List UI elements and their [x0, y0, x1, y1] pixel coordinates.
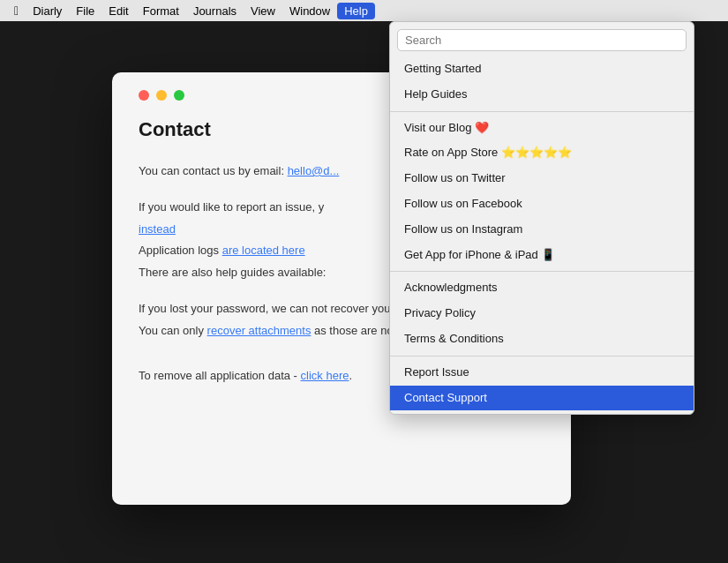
menubar-edit[interactable]: Edit [101, 3, 135, 19]
menu-separator-2 [390, 271, 694, 272]
menu-item-rate[interactable]: Rate on App Store ⭐⭐⭐⭐⭐ [390, 140, 694, 166]
menu-item-help-guides[interactable]: Help Guides [390, 82, 694, 108]
menu-item-terms[interactable]: Terms & Conditions [390, 327, 694, 352]
menubar-format[interactable]: Format [136, 3, 186, 19]
help-prefix-text: There are also help guides available: [139, 266, 326, 279]
close-button[interactable] [139, 90, 149, 101]
click-here-link[interactable]: click here [301, 369, 349, 382]
menu-separator-1 [390, 111, 694, 112]
help-dropdown: Getting Started Help Guides Visit our Bl… [389, 21, 694, 415]
menubar:  Diarly File Edit Format Journals View … [0, 0, 728, 21]
logs-link[interactable]: are located here [222, 244, 305, 257]
menu-item-facebook[interactable]: Follow us on Facebook [390, 191, 694, 217]
menubar-view[interactable]: View [244, 3, 282, 19]
minimize-button[interactable] [156, 90, 167, 101]
menu-item-acknowledgments[interactable]: Acknowledgments [390, 275, 694, 301]
menu-item-instagram[interactable]: Follow us on Instagram [390, 217, 694, 243]
menu-item-report-issue[interactable]: Report Issue [390, 360, 694, 386]
email-prefix-text: You can contact us by email: [139, 164, 284, 177]
menubar-help[interactable]: Help [337, 3, 375, 19]
recover-link[interactable]: recover attachments [207, 324, 311, 337]
menu-search-input[interactable] [397, 29, 687, 51]
menu-item-contact-support[interactable]: Contact Support [390, 386, 694, 411]
remove-suffix-text: . [349, 369, 352, 382]
remove-prefix-text: To remove all application data - [139, 369, 297, 382]
password-prefix-text: You can only [139, 324, 204, 337]
logs-prefix-text: Application logs [139, 244, 219, 257]
menu-item-getting-started[interactable]: Getting Started [390, 56, 694, 82]
instead-link[interactable]: instead [139, 222, 176, 236]
menu-separator-3 [390, 356, 694, 357]
menubar-diarly[interactable]: Diarly [26, 3, 69, 19]
email-link[interactable]: hello@d... [288, 164, 340, 177]
menu-item-iphone-ipad[interactable]: Get App for iPhone & iPad 📱 [390, 243, 694, 268]
menubar-journals[interactable]: Journals [186, 3, 244, 19]
menu-item-twitter[interactable]: Follow us on Twitter [390, 166, 694, 191]
maximize-button[interactable] [174, 90, 184, 101]
menu-item-privacy[interactable]: Privacy Policy [390, 301, 694, 327]
issue-prefix-text: If you would like to report an issue, y [139, 200, 324, 214]
apple-menu[interactable]:  [7, 4, 26, 18]
menu-item-blog[interactable]: Visit our Blog ❤️ [390, 116, 694, 141]
menubar-file[interactable]: File [69, 3, 101, 19]
menubar-window[interactable]: Window [282, 3, 337, 19]
